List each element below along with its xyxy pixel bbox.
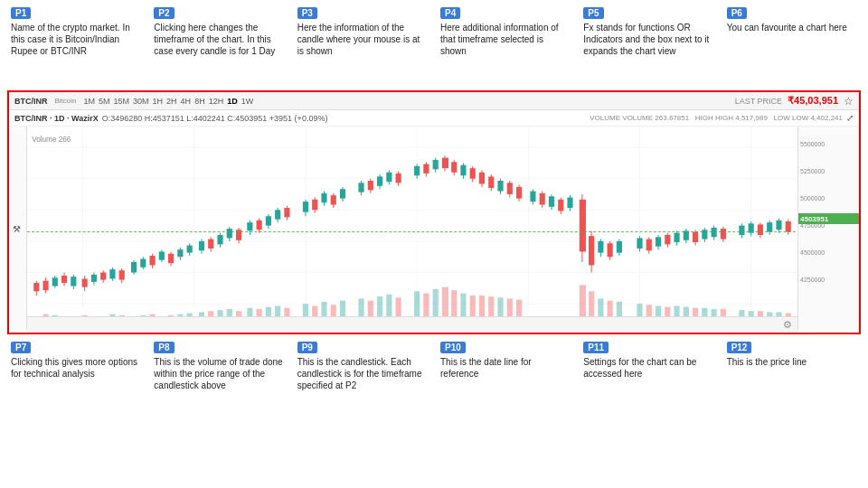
svg-rect-114 [540,193,545,205]
svg-text:5500000: 5500000 [800,141,825,147]
tf-4h[interactable]: 4H [181,97,192,106]
annotation-p5: P5 Fx stands for functions OR Indicators… [580,4,717,89]
svg-text:Volume  266: Volume 266 [32,135,71,145]
svg-rect-72 [321,193,326,202]
svg-rect-86 [396,174,401,183]
chart-header: BTC/INR Bitcoin 1M 5M 15M 30M 1H 2H 4H 8… [9,92,859,110]
annotation-p12: P12 This is the price line [723,338,861,414]
svg-rect-94 [442,158,448,169]
badge-p5: P5 [583,7,603,19]
svg-rect-120 [567,197,572,208]
tf-15m[interactable]: 15M [114,97,130,106]
tf-1m[interactable]: 1M [84,97,96,106]
annotation-p11-text: Settings for the chart can be accessed h… [583,356,713,380]
annotation-p1: P1 Name of the crypto market. In this ca… [7,4,145,89]
tf-2h[interactable]: 2H [166,97,177,106]
top-annotations: P1 Name of the crypto market. In this ca… [0,0,868,90]
svg-rect-98 [460,165,466,176]
svg-rect-150 [721,229,726,239]
svg-rect-148 [712,228,717,237]
svg-rect-32 [119,270,125,279]
settings-icon[interactable]: ⚙ [783,319,792,331]
svg-rect-40 [159,251,165,259]
tf-8h[interactable]: 8H [194,97,205,106]
annotation-p9-text: This is the candlestick. Each candlestic… [297,356,428,391]
annotation-p2: P2 Clicking here changes the timeframe o… [150,4,288,89]
annotation-p3-text: Here the information of the candle where… [297,22,428,57]
tf-1h[interactable]: 1H [153,97,164,106]
svg-rect-42 [168,254,174,263]
badge-p9: P9 [297,342,317,353]
chart-header-right: LAST PRICE ₹45,03,951 ☆ [735,95,854,108]
annotation-p4: P4 Here additional information of that t… [437,4,574,89]
svg-rect-152 [739,226,744,235]
badge-p10: P10 [440,342,466,353]
svg-rect-54 [227,229,232,238]
svg-rect-160 [776,221,781,230]
candlestick-chart: Sep 8 15 22 Oct 8 15 22 Nov 8 15 22 Dec … [27,127,797,330]
svg-rect-88 [414,166,420,175]
annotation-p10-text: This is the date line for reference [440,356,571,380]
annotation-p7-text: Clicking this gives more options for tec… [11,356,141,380]
tf-5m[interactable]: 5M [99,97,110,106]
tf-12h[interactable]: 12H [209,97,224,106]
bottom-annotations: P7 Clicking this gives more options for … [0,336,868,418]
svg-rect-118 [558,200,563,211]
svg-rect-46 [187,246,193,253]
svg-rect-22 [71,277,76,286]
badge-p6: P6 [727,7,747,19]
chart-pair: BTC/INR [14,97,48,106]
timeframe-selector[interactable]: 1M 5M 15M 30M 1H 2H 4H 8H 12H 1D 1W [84,97,254,106]
badge-p1: P1 [11,7,31,19]
badge-p8: P8 [154,342,174,353]
svg-text:4250000: 4250000 [800,277,825,283]
svg-rect-126 [598,241,603,253]
tf-1d[interactable]: 1D [227,97,238,106]
annotation-p7: P7 Clicking this gives more options for … [7,338,145,414]
expand-icon[interactable]: ⤢ [846,113,854,123]
chart-canvas: Sep 8 15 22 Oct 8 15 22 Nov 8 15 22 Dec … [27,127,797,330]
svg-rect-50 [208,239,213,249]
svg-rect-68 [303,202,308,212]
svg-rect-64 [275,210,280,219]
svg-rect-96 [451,162,457,173]
svg-rect-38 [149,256,155,265]
svg-rect-66 [284,208,289,217]
svg-rect-18 [52,277,58,286]
ohlc-pair: BTC/INR · 1D · WazirX [14,114,99,123]
svg-rect-62 [266,216,271,225]
tf-1w[interactable]: 1W [241,97,254,106]
svg-rect-156 [758,224,763,235]
annotation-p12-text: This is the price line [727,356,857,368]
chart-container[interactable]: BTC/INR Bitcoin 1M 5M 15M 30M 1H 2H 4H 8… [7,90,861,334]
tools-icon[interactable]: ⚒ [11,223,21,233]
annotation-p10: P10 This is the date line for reference [437,338,574,414]
annotation-p11: P11 Settings for the chart can be access… [580,338,717,414]
badge-p11: P11 [583,342,609,353]
svg-rect-84 [386,173,392,182]
svg-rect-76 [340,189,345,198]
price-axis: 5500000 5250000 5000000 4750000 4500000 … [797,127,859,330]
svg-rect-112 [530,192,535,202]
svg-rect-124 [589,236,594,265]
svg-rect-80 [368,181,373,190]
tools-sidebar[interactable]: ⚒ [9,127,27,330]
svg-text:5000000: 5000000 [800,195,825,202]
svg-rect-14 [33,283,39,291]
star-icon[interactable]: ☆ [844,95,854,108]
ohlc-values: O:3496280 H:4537151 L:4402241 C:4503951 … [102,114,328,123]
chart-body: ⚒ [9,127,859,330]
last-price-label: LAST PRICE [735,97,782,106]
svg-rect-162 [786,221,791,232]
svg-rect-16 [42,281,48,290]
svg-rect-128 [608,243,613,257]
svg-rect-102 [479,173,485,184]
badge-p12: P12 [727,342,752,353]
annotation-p1-text: Name of the crypto market. In this case … [11,22,141,57]
svg-rect-90 [423,164,429,174]
chart-bottom-toolbar: ⚙ [27,316,797,333]
svg-rect-138 [665,235,670,244]
svg-rect-44 [177,249,183,257]
tf-30m[interactable]: 30M [133,97,149,106]
svg-rect-136 [656,237,661,246]
